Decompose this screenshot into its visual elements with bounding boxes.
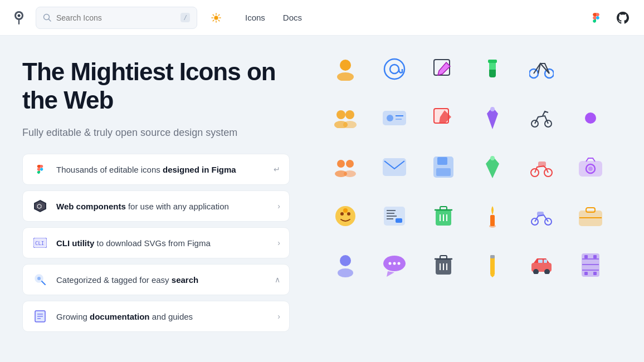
feature-search[interactable]: Categorized & tagged for easy search ∧ — [22, 264, 290, 295]
svg-rect-76 — [396, 218, 402, 223]
svg-point-31 — [384, 59, 404, 79]
feature-cli-text: CLI utility to download SVGs from Figma — [56, 237, 270, 249]
feature-search-arrow: ∧ — [275, 275, 280, 284]
feature-search-text: Categorized & tagged for easy search — [56, 274, 267, 286]
svg-point-69 — [347, 212, 350, 216]
icon-pencil[interactable] — [470, 243, 515, 287]
nav-docs[interactable]: Docs — [275, 8, 310, 27]
icon-user[interactable] — [323, 47, 368, 91]
svg-rect-104 — [490, 255, 495, 258]
svg-point-95 — [393, 262, 396, 265]
feature-cli-arrow: › — [277, 238, 280, 247]
right-panel — [312, 36, 644, 362]
svg-point-84 — [489, 224, 496, 228]
icon-chat[interactable] — [372, 243, 417, 287]
icon-drink[interactable] — [470, 47, 515, 91]
icon-pen2[interactable] — [470, 145, 515, 189]
icon-edit-box[interactable] — [421, 96, 466, 140]
svg-rect-112 — [582, 264, 599, 265]
svg-text:CLI: CLI — [35, 241, 44, 246]
svg-line-12 — [218, 20, 219, 21]
main-content: The Mightiest Icons on the Web Fully edi… — [0, 36, 644, 362]
icon-face[interactable] — [323, 194, 368, 238]
svg-rect-109 — [544, 260, 547, 263]
svg-point-60 — [490, 156, 495, 160]
search-shortcut: / — [180, 13, 190, 22]
icon-save[interactable] — [421, 145, 466, 189]
icon-moped[interactable] — [519, 145, 564, 189]
icon-edit[interactable] — [421, 47, 466, 91]
search-input[interactable] — [56, 13, 176, 22]
feature-docs-arrow: › — [277, 312, 280, 321]
feature-docs-text: Growing documentation and guides — [56, 311, 270, 322]
svg-rect-79 — [440, 207, 447, 210]
svg-rect-117 — [593, 272, 597, 275]
icon-at[interactable] — [372, 47, 417, 91]
svg-line-5 — [49, 19, 51, 21]
docs-icon — [32, 308, 48, 325]
icon-scooter1[interactable] — [519, 96, 564, 140]
svg-rect-3 — [18, 19, 19, 25]
feature-docs[interactable]: Growing documentation and guides › — [22, 301, 290, 332]
icon-car[interactable] — [519, 243, 564, 287]
icon-inbox[interactable] — [372, 194, 417, 238]
search-bar[interactable]: / — [36, 7, 197, 29]
icon-bicycle[interactable] — [519, 47, 564, 91]
icon-briefcase[interactable] — [568, 194, 613, 238]
svg-point-68 — [340, 212, 344, 216]
cli-icon: CLI — [32, 234, 48, 251]
main-nav: Icons Docs — [237, 8, 310, 27]
svg-point-51 — [585, 112, 596, 124]
svg-point-55 — [344, 170, 356, 177]
svg-rect-113 — [582, 270, 599, 271]
feature-web-components[interactable]: ⬡ Web components for use with any applic… — [22, 190, 290, 222]
svg-line-14 — [213, 20, 213, 21]
icon-trash2[interactable] — [421, 243, 466, 287]
icon-users[interactable] — [323, 96, 368, 140]
svg-point-41 — [345, 110, 354, 119]
svg-point-54 — [346, 160, 354, 168]
icon-candle[interactable] — [470, 194, 515, 238]
icon-grid — [312, 36, 624, 299]
svg-point-2 — [18, 14, 21, 17]
theme-toggle-button[interactable] — [206, 8, 226, 28]
svg-point-48 — [490, 107, 495, 111]
hero-subtitle: Fully editable & truly open source desig… — [22, 125, 290, 140]
feature-figma[interactable]: Thousands of editable icons designed in … — [22, 154, 290, 185]
svg-point-52 — [337, 160, 345, 168]
figma-button[interactable] — [586, 8, 606, 28]
svg-rect-114 — [584, 255, 588, 258]
svg-point-30 — [337, 72, 354, 81]
icon-trash[interactable] — [421, 194, 466, 238]
svg-point-44 — [387, 115, 393, 121]
icon-user3[interactable] — [323, 243, 368, 287]
svg-rect-116 — [584, 272, 588, 275]
logo[interactable] — [11, 10, 27, 26]
web-components-icon: ⬡ — [32, 198, 48, 214]
nav-icons[interactable]: Icons — [237, 8, 273, 27]
github-button[interactable] — [613, 8, 633, 28]
icon-id-card[interactable] — [372, 96, 417, 140]
feature-cli[interactable]: CLI CLI utility to download SVGs from Fi… — [22, 227, 290, 258]
svg-point-94 — [389, 262, 392, 265]
icon-users2[interactable] — [323, 145, 368, 189]
icon-purple-dot[interactable] — [568, 96, 613, 140]
svg-rect-34 — [488, 60, 497, 63]
icon-scooter2[interactable] — [519, 194, 564, 238]
icon-empty-1 — [568, 47, 613, 91]
icon-pen[interactable] — [470, 96, 515, 140]
svg-rect-58 — [437, 157, 447, 165]
icon-film[interactable] — [568, 243, 613, 287]
svg-point-29 — [340, 60, 351, 71]
svg-rect-63 — [538, 162, 546, 167]
header-right — [586, 8, 633, 28]
svg-point-91 — [340, 255, 351, 266]
svg-line-23 — [42, 281, 45, 285]
feature-figma-arrow: ↵ — [274, 165, 280, 174]
svg-point-66 — [588, 167, 593, 171]
icon-camera[interactable] — [568, 145, 613, 189]
left-panel: The Mightiest Icons on the Web Fully edi… — [0, 36, 312, 362]
hero-title: The Mightiest Icons on the Web — [22, 58, 290, 114]
icon-email[interactable] — [372, 145, 417, 189]
svg-point-32 — [390, 65, 399, 74]
